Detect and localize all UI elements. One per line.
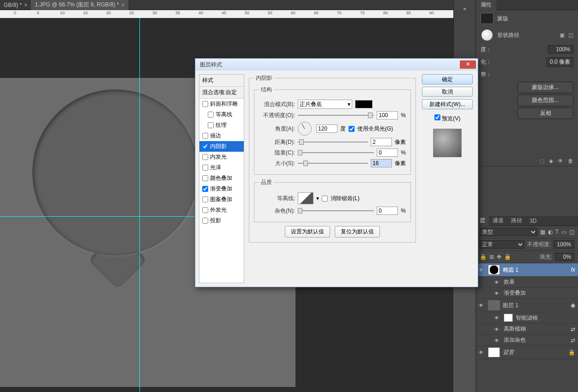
style-item-7[interactable]: 颜色叠加 <box>199 173 244 184</box>
ok-button[interactable]: 确定 <box>422 74 473 84</box>
opacity-input[interactable] <box>377 111 398 119</box>
paths-tab[interactable]: 路径 <box>507 215 526 226</box>
layer-opacity[interactable]: 100% <box>554 240 574 249</box>
invert-button[interactable]: 反相 <box>518 107 573 119</box>
style-item-10[interactable]: 外发光 <box>199 205 244 215</box>
shadow-color-swatch[interactable] <box>355 100 373 108</box>
gaussian-blur-row[interactable]: 高斯模糊 ⇄ <box>476 324 578 335</box>
layer-name[interactable]: 椭圆 1 <box>503 266 518 274</box>
properties-tab[interactable]: 属性 <box>476 0 496 11</box>
dialog-titlebar[interactable]: 图层样式 ✕ <box>195 59 478 71</box>
layer-fill[interactable]: 0% <box>555 253 574 261</box>
reset-default-button[interactable]: 复位为默认值 <box>335 226 380 238</box>
angle-dial[interactable] <box>298 122 312 136</box>
path-mask-icon[interactable]: ◫ <box>568 32 573 38</box>
layer-row-1[interactable]: 图层 1 ◉ <box>476 299 578 312</box>
style-item-5[interactable]: 内发光 <box>199 152 244 162</box>
layer-gradient-overlay-row[interactable]: 渐变叠加 <box>476 288 578 299</box>
filter-mask-thumb[interactable] <box>504 314 513 322</box>
filter-image-icon[interactable]: ▦ <box>540 229 545 235</box>
filter-text-icon[interactable]: T <box>555 229 559 235</box>
make-default-button[interactable]: 设置为默认值 <box>285 226 330 238</box>
opacity-slider[interactable] <box>298 112 374 119</box>
lock-pixels-icon[interactable]: ⊞ <box>489 254 494 260</box>
choke-input[interactable] <box>377 148 398 157</box>
link-mask-icon[interactable]: ▣ <box>560 32 565 38</box>
visibility-icon[interactable] <box>479 267 485 273</box>
blend-options-row[interactable]: 混合选项:自定 <box>199 87 244 99</box>
mask-edge-button[interactable]: 蒙版边缘... <box>518 82 573 93</box>
style-checkbox[interactable] <box>202 143 208 149</box>
style-checkbox[interactable] <box>202 196 208 202</box>
new-style-button[interactable]: 新建样式(W)... <box>422 99 473 109</box>
doc-tab-0[interactable]: GB/8) *× <box>0 0 31 10</box>
color-range-button[interactable]: 颜色范围... <box>518 95 573 106</box>
layer-row-ellipse[interactable]: 椭圆 1 fx <box>476 263 578 277</box>
visibility-icon[interactable] <box>479 302 485 309</box>
lock-pos-icon[interactable]: ✥ <box>497 254 501 260</box>
angle-input[interactable] <box>316 125 337 133</box>
cancel-button[interactable]: 取消 <box>422 87 473 97</box>
layer-name[interactable]: 背景 <box>503 349 514 356</box>
layer-row-background[interactable]: 背景 🔒 <box>476 346 578 359</box>
filter-shape-icon[interactable]: ▭ <box>561 229 566 235</box>
3d-tab[interactable]: 3D <box>526 216 540 226</box>
style-checkbox[interactable] <box>202 154 208 160</box>
style-item-6[interactable]: 光泽 <box>199 162 244 173</box>
mask-thumb-icon[interactable] <box>481 13 494 24</box>
feather-value[interactable]: 0.0 像素 <box>547 57 573 67</box>
close-icon[interactable]: × <box>121 2 125 8</box>
style-checkbox[interactable] <box>202 186 208 192</box>
lock-icon[interactable]: 🔒 <box>568 349 575 356</box>
style-checkbox[interactable] <box>208 112 214 118</box>
filter-adjust-icon[interactable]: ◐ <box>548 229 553 235</box>
guide-vertical[interactable] <box>139 18 140 392</box>
blend-mode-select[interactable]: 正常 <box>480 240 524 249</box>
visibility-icon[interactable] <box>494 337 501 344</box>
trash-icon[interactable]: 🗑 <box>568 158 573 164</box>
size-slider[interactable] <box>298 160 368 167</box>
style-checkbox[interactable] <box>202 175 208 181</box>
load-sel-icon[interactable]: ◌ <box>540 158 544 164</box>
style-item-1[interactable]: 等高线 <box>199 109 244 120</box>
visibility-icon[interactable] <box>494 279 501 285</box>
style-item-9[interactable]: 图案叠加 <box>199 194 244 205</box>
style-checkbox[interactable] <box>202 218 208 224</box>
style-checkbox[interactable] <box>202 101 208 107</box>
distance-input[interactable] <box>371 138 392 146</box>
filter-smart-icon[interactable]: ◫ <box>569 229 574 235</box>
expand-icon[interactable]: » <box>454 0 476 18</box>
add-noise-row[interactable]: 添加杂色 ⇄ <box>476 335 578 346</box>
layer-effects-row[interactable]: 效果 <box>476 277 578 288</box>
channels-tab[interactable]: 通道 <box>489 215 507 226</box>
noise-input[interactable] <box>377 207 398 215</box>
layer-thumb[interactable] <box>488 347 500 357</box>
contour-swatch[interactable] <box>298 192 313 204</box>
size-input[interactable] <box>371 159 392 167</box>
style-item-3[interactable]: 描边 <box>199 131 244 141</box>
preview-checkbox[interactable] <box>434 114 440 120</box>
filter-opts-icon[interactable]: ⇄ <box>571 337 575 344</box>
visibility-icon[interactable] <box>479 349 485 356</box>
styles-header[interactable]: 样式 <box>199 75 244 87</box>
style-item-11[interactable]: 投影 <box>199 215 244 226</box>
chevron-down-icon[interactable]: ▾ <box>316 195 319 202</box>
layer-thumb[interactable] <box>488 300 500 310</box>
global-light-checkbox[interactable] <box>349 126 355 132</box>
blend-mode-select[interactable]: 正片叠底▾ <box>298 100 352 109</box>
smart-obj-icon[interactable]: ◉ <box>571 302 575 309</box>
style-item-4[interactable]: 内阴影 <box>199 141 244 152</box>
doc-tab-1[interactable]: 1.JPG @ 66.7% (图层 8, RGB/8) *× <box>31 0 128 10</box>
visibility-icon[interactable] <box>494 326 501 333</box>
density-value[interactable]: 100% <box>548 45 573 53</box>
layer-name[interactable]: 图层 1 <box>503 302 518 309</box>
style-item-0[interactable]: 斜面和浮雕 <box>199 99 244 109</box>
style-checkbox[interactable] <box>202 207 208 213</box>
visibility-icon[interactable] <box>494 290 501 297</box>
close-button[interactable]: ✕ <box>460 60 476 69</box>
lock-all-icon[interactable]: 🔒 <box>504 254 511 260</box>
fx-badge[interactable]: fx <box>571 267 575 273</box>
close-icon[interactable]: × <box>24 2 27 8</box>
style-checkbox[interactable] <box>202 165 208 171</box>
style-checkbox[interactable] <box>208 122 214 128</box>
